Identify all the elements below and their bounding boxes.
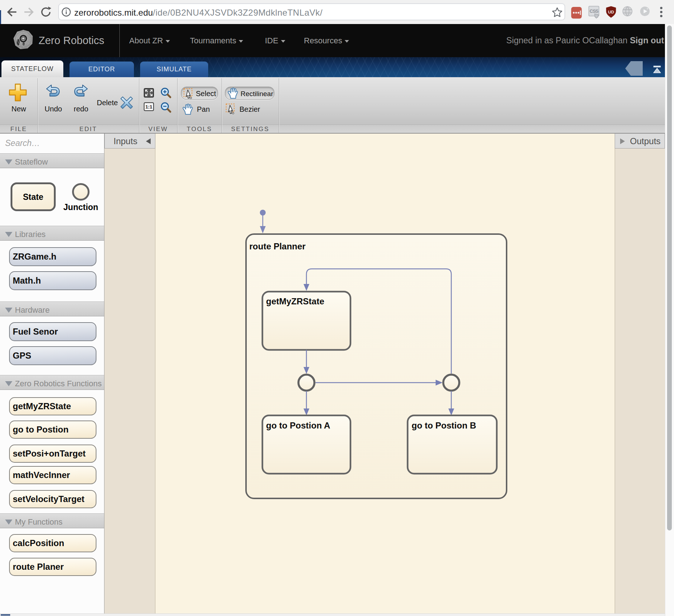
svg-text:UD: UD	[608, 10, 614, 14]
svg-text:1:1: 1:1	[146, 104, 152, 110]
svg-text:go to Postion A: go to Postion A	[266, 420, 330, 430]
svg-text:getMyZRState: getMyZRState	[266, 296, 324, 306]
svg-text:route Planner: route Planner	[249, 241, 306, 251]
svg-text:CSS: CSS	[590, 8, 599, 14]
svg-text:go to Postion B: go to Postion B	[412, 420, 476, 430]
